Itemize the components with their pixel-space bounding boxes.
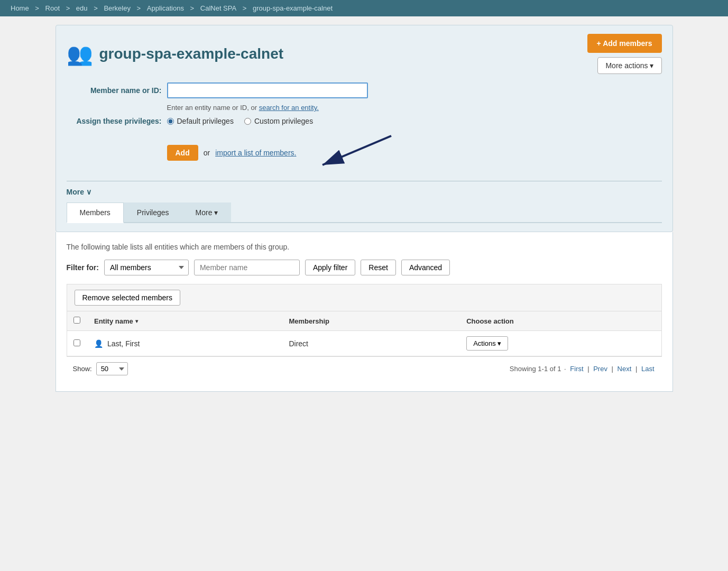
membership-cell: Direct — [282, 331, 460, 356]
tab-more[interactable]: More ▾ — [182, 202, 232, 222]
members-table: Entity name ▾ Membership Choose action 👤 — [67, 311, 662, 356]
pagination-next[interactable]: Next — [618, 365, 632, 373]
filter-row: Filter for: All members Direct members I… — [67, 260, 662, 275]
member-name-label: Member name or ID: — [67, 86, 162, 95]
person-icon: 👤 — [94, 339, 103, 348]
pagination-info: Showing 1-1 of 1 · First | Prev | Next |… — [510, 365, 656, 373]
membership-column-header: Membership — [282, 311, 460, 331]
breadcrumb-home[interactable]: Home — [11, 4, 29, 12]
assign-privileges-label: Assign these privileges: — [67, 117, 162, 125]
actions-button[interactable]: Actions ▾ — [466, 336, 508, 351]
add-button[interactable]: Add — [167, 145, 198, 161]
entity-name-cell: 👤 Last, First — [88, 331, 282, 356]
svg-line-1 — [322, 136, 391, 165]
table-row: 👤 Last, First Direct Actions ▾ — [67, 331, 661, 356]
tabs-bar: Members Privileges More ▾ — [67, 202, 662, 223]
member-name-input[interactable] — [167, 82, 368, 98]
entity-name-column-header[interactable]: Entity name ▾ — [88, 311, 282, 331]
pagination-prev[interactable]: Prev — [593, 365, 607, 373]
show-select[interactable]: 10 25 50 100 — [96, 362, 128, 375]
sort-icon: ▾ — [135, 318, 138, 324]
pagination-last[interactable]: Last — [641, 365, 655, 373]
table-toolbar: Remove selected members — [67, 284, 662, 311]
breadcrumb-current: group-spa-example-calnet — [253, 4, 333, 12]
apply-filter-button[interactable]: Apply filter — [305, 260, 355, 275]
tab-privileges[interactable]: Privileges — [124, 202, 182, 222]
form-hint: Enter an entity name or ID, or search fo… — [167, 104, 662, 112]
pagination-row: Show: 10 25 50 100 Showing 1-1 of 1 · Fi… — [67, 356, 662, 381]
content-area: The following table lists all entities w… — [56, 232, 673, 392]
show-label: Show: — [73, 365, 92, 373]
custom-privileges-option[interactable]: Custom privileges — [244, 117, 313, 125]
filter-member-name-input[interactable] — [194, 260, 300, 275]
breadcrumb-calnet-spa[interactable]: CalNet SPA — [200, 4, 236, 12]
group-icon: 👥 — [67, 42, 93, 67]
more-actions-button[interactable]: More actions ▾ — [597, 57, 661, 74]
add-members-button[interactable]: + Add members — [587, 34, 662, 53]
filter-select[interactable]: All members Direct members Indirect memb… — [104, 260, 189, 275]
add-or-text: or — [204, 149, 210, 157]
search-entity-link[interactable]: search for an entity. — [259, 104, 319, 112]
advanced-button[interactable]: Advanced — [401, 260, 450, 275]
action-cell: Actions ▾ — [460, 331, 661, 356]
section-divider — [67, 181, 662, 181]
filter-label: Filter for: — [67, 263, 99, 272]
row-checkbox[interactable] — [73, 339, 80, 346]
reset-button[interactable]: Reset — [361, 260, 396, 275]
breadcrumb-root[interactable]: Root — [45, 4, 60, 12]
page-title: group-spa-example-calnet — [99, 45, 284, 62]
remove-selected-button[interactable]: Remove selected members — [75, 290, 180, 306]
select-all-checkbox[interactable] — [73, 317, 80, 324]
breadcrumb-edu[interactable]: edu — [76, 4, 88, 12]
breadcrumb: Home > Root > edu > Berkeley > Applicati… — [0, 0, 728, 16]
arrow-annotation — [312, 131, 407, 173]
default-privileges-option[interactable]: Default privileges — [167, 117, 234, 125]
breadcrumb-applications[interactable]: Applications — [147, 4, 184, 12]
tab-members[interactable]: Members — [67, 202, 124, 223]
breadcrumb-berkeley[interactable]: Berkeley — [104, 4, 131, 12]
pagination-first[interactable]: First — [570, 365, 583, 373]
import-link[interactable]: import a list of members. — [215, 149, 296, 157]
choose-action-column-header: Choose action — [460, 311, 661, 331]
table-description: The following table lists all entities w… — [67, 243, 662, 251]
more-toggle[interactable]: More ∨ — [67, 188, 662, 196]
